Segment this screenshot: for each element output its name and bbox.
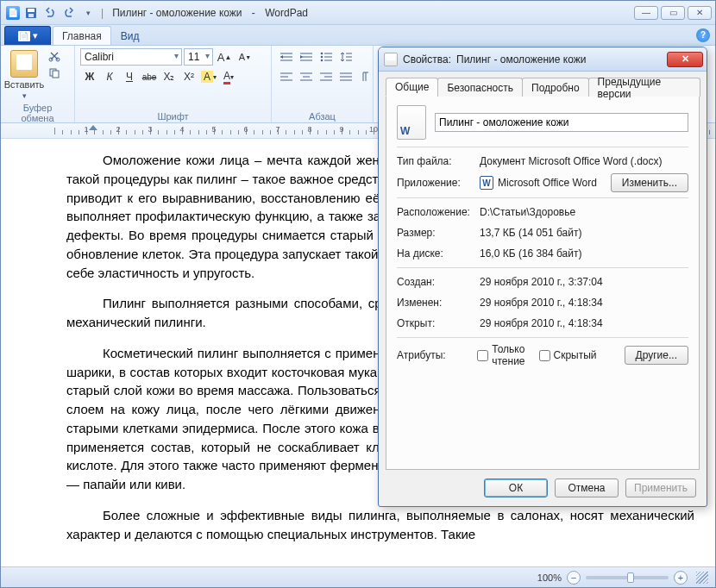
- accessed-value: 29 ноября 2010 г., 4:18:34: [480, 317, 688, 329]
- cancel-button[interactable]: Отмена: [555, 479, 619, 497]
- tab-security[interactable]: Безопасность: [437, 78, 523, 97]
- group-font: Calibri 11 A▲ A▼ Ж К Ч abe X₂ X² A▾ A▾: [75, 46, 272, 122]
- svg-point-7: [321, 53, 323, 55]
- paste-label: Вставить: [4, 79, 45, 90]
- shrink-font-button[interactable]: A▼: [236, 48, 254, 66]
- justify-button[interactable]: [336, 68, 355, 85]
- file-menu-chevron-icon: ▾: [33, 30, 38, 41]
- svg-point-9: [321, 59, 323, 62]
- close-button[interactable]: ✕: [688, 6, 712, 20]
- zoom-slider-thumb[interactable]: [627, 572, 634, 583]
- redo-button[interactable]: [61, 5, 77, 21]
- align-right-button[interactable]: [317, 68, 336, 85]
- tab-general-label: Общие: [395, 81, 429, 93]
- paste-icon: [10, 50, 38, 78]
- app-icon[interactable]: 📄: [6, 6, 20, 20]
- align-center-button[interactable]: [297, 68, 316, 85]
- apply-button[interactable]: Применить: [625, 479, 696, 497]
- tab-previous-versions-label: Предыдущие версии: [598, 76, 691, 100]
- minimize-button[interactable]: —: [634, 6, 658, 20]
- svg-rect-6: [53, 71, 59, 78]
- undo-button[interactable]: [42, 5, 58, 21]
- align-left-button[interactable]: [277, 68, 296, 85]
- tab-general[interactable]: Общие: [386, 78, 438, 97]
- italic-button[interactable]: К: [100, 68, 119, 85]
- location-key: Расположение:: [397, 206, 480, 218]
- underline-button[interactable]: Ч: [120, 68, 139, 85]
- file-menu-button[interactable]: 📄 ▾: [4, 26, 51, 45]
- tab-home[interactable]: Главная: [53, 26, 111, 45]
- tab-security-label: Безопасность: [447, 82, 513, 94]
- zoom-out-button[interactable]: −: [567, 571, 581, 585]
- font-size-value: 11: [188, 51, 199, 63]
- subscript-button[interactable]: X₂: [160, 68, 179, 85]
- font-family-value: Calibri: [85, 51, 114, 63]
- readonly-checkbox[interactable]: Только чтение: [477, 343, 524, 367]
- filetype-value: Документ Microsoft Office Word (.docx): [480, 155, 688, 167]
- window-title-doc: Пилинг - омоложение кожи: [112, 7, 242, 19]
- location-value: D:\Статьи\Здоровье: [480, 206, 688, 218]
- filetype-key: Тип файла:: [397, 155, 480, 167]
- maximize-button[interactable]: ▭: [661, 6, 685, 20]
- size-value: 13,7 КБ (14 051 байт): [480, 227, 688, 239]
- cut-button[interactable]: [46, 48, 63, 64]
- dialog-buttons: ОК Отмена Применить: [386, 470, 700, 499]
- dialog-close-button[interactable]: ✕: [667, 52, 703, 67]
- readonly-label: Только чтение: [492, 343, 524, 367]
- line-spacing-button[interactable]: [336, 48, 355, 66]
- opens-with-key: Приложение:: [397, 177, 480, 189]
- help-icon[interactable]: ?: [696, 28, 710, 42]
- dialog-title-prefix: Свойства:: [403, 53, 451, 66]
- dialog-body: Общие Безопасность Подробно Предыдущие в…: [379, 72, 707, 506]
- size-key: Размер:: [397, 227, 480, 239]
- advanced-attributes-button[interactable]: Другие...: [625, 346, 688, 365]
- word-icon: W: [480, 176, 493, 190]
- separator: [397, 267, 688, 268]
- filename-input[interactable]: [435, 113, 688, 132]
- title-separator: |: [101, 7, 104, 19]
- tab-home-label: Главная: [62, 30, 102, 42]
- copy-button[interactable]: [46, 66, 63, 81]
- hidden-checkbox[interactable]: Скрытый: [539, 349, 597, 361]
- paste-button[interactable]: Вставить ▾: [6, 48, 42, 102]
- tab-previous-versions[interactable]: Предыдущие версии: [588, 78, 700, 97]
- dialog-tabpage-general: Тип файла: Документ Microsoft Office Wor…: [386, 97, 700, 470]
- superscript-button[interactable]: X²: [179, 68, 198, 85]
- tab-details-label: Подробно: [531, 82, 580, 94]
- qat-customize-button[interactable]: ▾: [80, 5, 96, 21]
- tab-details[interactable]: Подробно: [522, 78, 589, 97]
- bullets-button[interactable]: [317, 48, 336, 66]
- font-size-combo[interactable]: 11: [184, 48, 213, 66]
- dialog-tabs: Общие Безопасность Подробно Предыдущие в…: [386, 77, 700, 97]
- svg-rect-1: [28, 9, 35, 12]
- font-color-button[interactable]: A▾: [219, 68, 238, 85]
- statusbar: 100% − +: [1, 566, 715, 587]
- highlight-button[interactable]: A▾: [199, 68, 218, 85]
- save-button[interactable]: [23, 5, 39, 21]
- tab-view[interactable]: Вид: [111, 26, 149, 45]
- zoom-in-button[interactable]: +: [674, 571, 688, 585]
- separator: [397, 147, 688, 147]
- paste-split-icon: ▾: [22, 91, 27, 100]
- bold-button[interactable]: Ж: [80, 68, 99, 85]
- separator: [397, 197, 688, 198]
- group-paragraph: Абзац: [272, 46, 374, 122]
- group-font-label: Шрифт: [80, 110, 266, 122]
- file-type-icon: [397, 105, 426, 140]
- ok-button[interactable]: ОК: [484, 479, 548, 497]
- resize-grip-icon[interactable]: [696, 572, 708, 584]
- modified-value: 29 ноября 2010 г., 4:18:34: [480, 297, 688, 309]
- font-family-combo[interactable]: Calibri: [80, 48, 182, 66]
- opens-with-value: Microsoft Office Word: [498, 177, 597, 189]
- paragraph-dialog-button[interactable]: [356, 68, 375, 85]
- indent-button[interactable]: [297, 48, 316, 66]
- zoom-slider[interactable]: [586, 576, 669, 579]
- strike-button[interactable]: abe: [140, 68, 159, 85]
- tab-view-label: Вид: [121, 30, 140, 42]
- change-app-button[interactable]: Изменить...: [611, 173, 688, 192]
- dialog-titlebar[interactable]: Свойства: Пилинг - омоложение кожи ✕: [379, 47, 707, 72]
- outdent-button[interactable]: [277, 48, 296, 66]
- grow-font-button[interactable]: A▲: [215, 48, 234, 66]
- hidden-label: Скрытый: [554, 349, 597, 361]
- modified-key: Изменен:: [397, 297, 480, 309]
